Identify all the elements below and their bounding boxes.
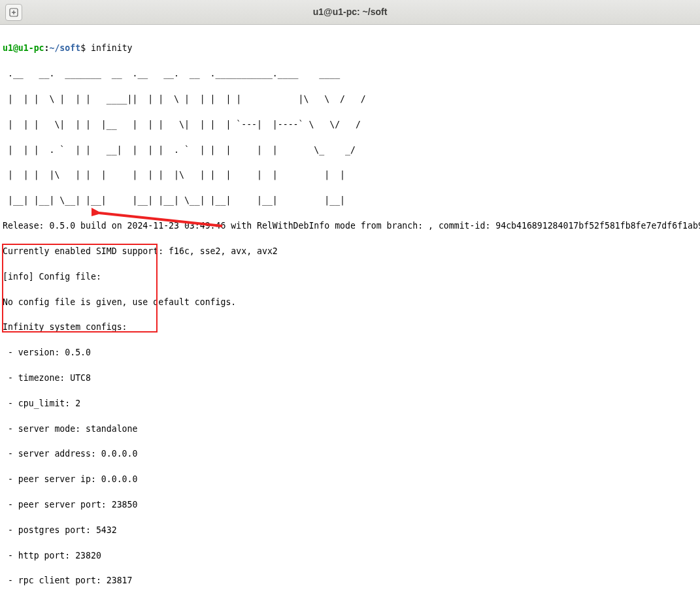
prompt-path: ~/soft	[49, 43, 80, 53]
config-line: - rpc client port: 23817	[3, 574, 700, 587]
window-titlebar: u1@u1-pc: ~/soft	[0, 0, 700, 25]
config-line: - server mode: standalone	[3, 423, 700, 435]
ascii-art-line: | | | \| | | |__ | | | \| | | | `---| |-…	[3, 118, 700, 131]
no-config-line: No config file is given, use default con…	[3, 296, 700, 308]
info-config-line: [info] Config file:	[3, 270, 700, 283]
window-title: u1@u1-pc: ~/soft	[0, 5, 700, 19]
ascii-art-line: | | | |\ | | | | | | |\ | | | | | | |	[3, 169, 700, 181]
ascii-art-line: .__ __. _______ __ .__ __. __ ._________…	[3, 67, 700, 80]
config-line: - timezone: UTC8	[3, 372, 700, 384]
ascii-art-line: |__| |__| \__| |__| |__| |__| \__| |__| …	[3, 194, 700, 206]
prompt-line: u1@u1-pc:~/soft$ infinity	[3, 42, 700, 54]
release-line: Release: 0.5.0 build on 2024-11-23 03:49…	[3, 219, 700, 232]
config-line: - cpu_limit: 2	[3, 397, 700, 410]
prompt-dollar: $	[80, 43, 86, 53]
config-line: - version: 0.5.0	[3, 346, 700, 359]
sys-configs-header: Infinity system configs:	[3, 321, 700, 333]
config-line: - postgres port: 5432	[3, 524, 700, 536]
config-line: - server address: 0.0.0.0	[3, 447, 700, 460]
prompt-user: u1@u1-pc	[3, 43, 44, 53]
config-line: - peer server port: 23850	[3, 498, 700, 511]
simd-line: Currently enabled SIMD support: f16c, ss…	[3, 245, 700, 257]
ascii-art-line: | | | \ | | | ____|| | | \ | | | | | |\ …	[3, 93, 700, 105]
ascii-art-line: | | | . ` | | __| | | | . ` | | | | | \_…	[3, 144, 700, 156]
config-line: - http port: 23820	[3, 549, 700, 562]
new-tab-icon	[9, 8, 18, 17]
config-line: - peer server ip: 0.0.0.0	[3, 473, 700, 485]
new-tab-button[interactable]	[5, 4, 22, 21]
command-text: infinity	[91, 43, 133, 53]
terminal-output[interactable]: u1@u1-pc:~/soft$ infinity .__ __. ______…	[0, 25, 700, 601]
